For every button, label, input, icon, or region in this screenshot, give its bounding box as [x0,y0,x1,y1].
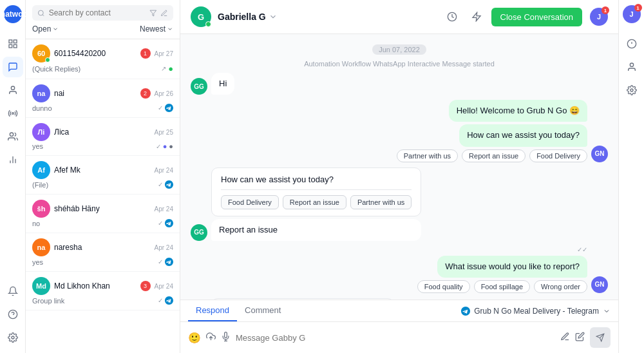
outgoing-message-group: Hello! Welcome to Grub N Go 😄 How can we… [397,100,587,162]
outgoing-options: Partner with us Report an issue Food Del… [397,149,587,162]
incoming-interactive-group: How can we assist you today? Food Delive… [211,167,421,241]
telegram-icon [165,104,173,112]
svg-point-13 [38,10,43,15]
open-filter[interactable]: Open [32,24,59,33]
telegram-icon [165,219,173,227]
search-input[interactable] [49,8,146,17]
sidebar-item-conversations[interactable] [3,57,23,77]
option-food-spillage[interactable]: Food spillage [474,280,530,293]
lightning-icon-btn[interactable] [467,7,486,26]
right-settings-icon[interactable] [621,80,642,100]
telegram-icon [165,180,173,189]
compose-icon[interactable] [160,9,168,17]
sidebar-item-help[interactable] [3,304,23,325]
filter-icon[interactable] [149,9,157,17]
list-item[interactable]: na nai 2 Apr 26 dunno ✓ [26,79,180,118]
system-message: Automation Workflow WhatsApp Interactive… [304,60,495,68]
list-item[interactable]: šh shéháb Häny Apr 24 no ✓ [26,195,180,233]
avatar: Лі [32,123,50,141]
option-wrong-order[interactable]: Wrong order [534,280,587,293]
conv-list-header: Open Newest [26,0,180,39]
channel-selector[interactable]: Grub N Go Meal Delivery - Telegram [461,300,611,321]
telegram-icon [165,258,173,266]
outgoing-options: Food quality Food spillage Wrong order [417,280,587,293]
read-ticks: ✓✓ [577,246,587,253]
upload-icon[interactable] [206,332,216,343]
svg-point-5 [12,113,14,115]
option-food[interactable]: Food Delivery [529,149,587,162]
option-food-quality[interactable]: Food quality [417,280,470,293]
close-conversation-button[interactable]: Close Conversation [491,8,582,26]
avatar: Md [32,277,50,295]
sidebar-item-reports[interactable] [3,149,23,170]
clock-icon [447,12,457,22]
avatar: GN [591,276,608,293]
list-item[interactable]: 60 601154420200 1 Apr 27 (Quick Replies)… [26,39,180,79]
sidebar-item-broadcast[interactable] [3,103,23,124]
message-row: GG How can we assist you today? Food Del… [191,167,608,241]
chat-header-actions: Close Conversation J 1 [442,7,608,26]
sidebar-item-notifications[interactable] [3,281,23,301]
selected-option-bubble: Report an issue [211,219,421,241]
outgoing-message-group: ✓✓ What issue would you like to report? … [417,246,587,293]
list-item[interactable]: Md Md Likhon Khan 3 Apr 24 Group link ✓ [26,272,180,310]
svg-rect-3 [14,44,17,48]
conversation-list: Open Newest 60 601154420200 1 Apr 27 (Qu… [26,0,180,353]
message-bubble: Hi [211,73,234,95]
message-input[interactable] [236,333,555,343]
sort-filter[interactable]: Newest [140,24,173,33]
avatar: 60 [32,44,50,62]
svg-rect-2 [9,44,12,48]
open-chevron-icon [52,26,59,32]
option-partner-with-us[interactable]: Partner with us [350,195,412,209]
option-report-issue[interactable]: Report an issue [283,195,346,209]
interactive-message: How can we assist you today? Food Delive… [211,167,421,216]
option-partner[interactable]: Partner with us [397,149,458,162]
chat-footer: Respond Comment Grub N Go Meal Delivery … [180,300,618,353]
emoji-icon[interactable]: 🙂 [188,332,201,344]
interactive-options: Food Delivery Report an issue Partner wi… [221,189,412,209]
sidebar-item-teams[interactable] [3,126,23,147]
list-item[interactable]: Лі Ліса Apr 25 yes ✓ ● ● [26,118,180,156]
chat-header: G Gabriella G Close Conversation J 1 [180,0,618,34]
avatar: na [32,238,50,256]
channel-chevron-icon [603,307,611,315]
history-icon-btn[interactable] [442,7,462,26]
signature-icon[interactable] [560,332,570,343]
chevron-down-icon[interactable] [269,12,278,21]
user-avatar[interactable]: Chatwoot [4,5,22,23]
send-icon [596,333,605,342]
avatar: Af [32,161,50,179]
avatar: šh [32,200,50,218]
list-item[interactable]: Af Afef Mk Apr 24 (File) ✓ [26,156,180,195]
svg-point-26 [630,63,633,66]
message-row: GG Hi [191,73,608,95]
search-bar[interactable] [32,5,173,21]
tab-comment[interactable]: Comment [237,300,289,321]
message-row: ✓✓ What issue would you like to report? … [191,246,608,293]
message-row: Hello! Welcome to Grub N Go 😄 How can we… [191,100,608,162]
svg-point-12 [12,336,14,339]
right-contacts-icon[interactable] [621,57,642,77]
option-food-delivery[interactable]: Food Delivery [221,195,279,209]
message-bubble: How can we assist you today? [459,124,587,146]
right-agent-avatar[interactable]: J 1 [623,5,641,23]
list-item[interactable]: na naresha Apr 24 yes ✓ [26,233,180,272]
svg-marker-17 [473,12,480,21]
search-icon [37,9,45,17]
audio-icon[interactable] [221,332,231,343]
footer-input-row: 🙂 [180,322,618,353]
option-report[interactable]: Report an issue [462,149,526,162]
sidebar-item-home[interactable] [3,33,23,54]
svg-point-4 [11,86,14,90]
sidebar-item-contacts[interactable] [3,80,23,100]
agent-avatar[interactable]: J 1 [590,8,608,26]
telegram-channel-icon [461,307,470,316]
sidebar-item-settings[interactable] [3,327,23,348]
svg-point-27 [630,89,633,91]
send-button[interactable] [590,327,611,348]
tab-respond[interactable]: Respond [188,300,237,321]
avatar: na [32,84,50,102]
rich-text-icon[interactable] [575,332,585,343]
conversation-info-icon[interactable] [621,33,642,54]
